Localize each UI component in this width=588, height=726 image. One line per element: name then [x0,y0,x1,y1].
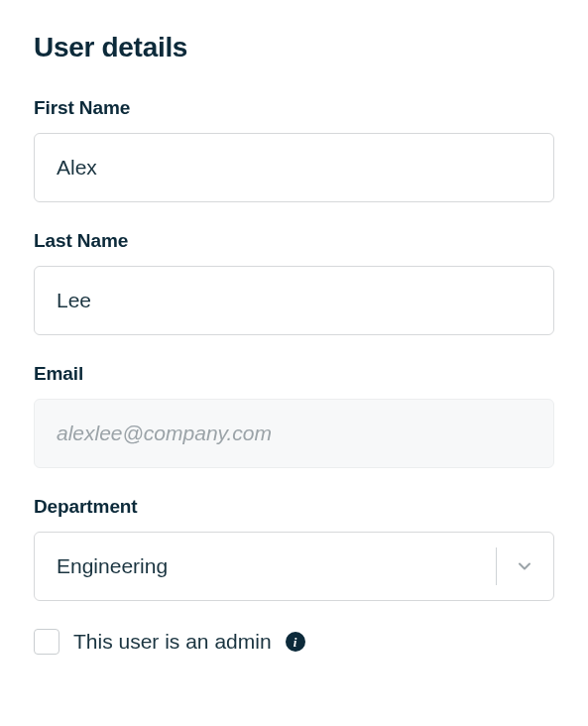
department-value: Engineering [57,554,168,578]
email-label: Email [34,363,554,385]
admin-checkbox-label: This user is an admin [73,630,272,654]
department-group: Department Engineering [34,496,554,601]
first-name-label: First Name [34,97,554,119]
email-input [34,399,554,468]
email-group: Email [34,363,554,468]
department-label: Department [34,496,554,518]
admin-checkbox[interactable] [34,629,59,655]
first-name-input[interactable] [34,133,554,202]
admin-checkbox-row: This user is an admin i [34,629,554,655]
department-select[interactable]: Engineering [34,532,554,601]
first-name-group: First Name [34,97,554,202]
last-name-label: Last Name [34,230,554,252]
info-icon[interactable]: i [286,632,305,652]
page-title: User details [34,32,554,63]
last-name-group: Last Name [34,230,554,335]
last-name-input[interactable] [34,266,554,335]
department-select-wrap: Engineering [34,532,554,601]
